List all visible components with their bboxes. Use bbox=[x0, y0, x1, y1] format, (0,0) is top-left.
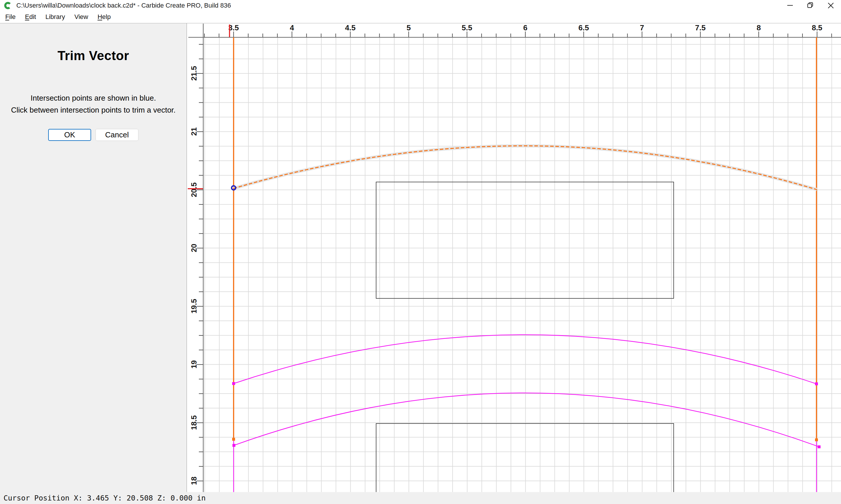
menu-bar: FileEditLibraryViewHelp bbox=[0, 11, 841, 23]
canvas-grid bbox=[204, 37, 841, 492]
menu-item-help[interactable]: Help bbox=[93, 11, 115, 23]
ok-button[interactable]: OK bbox=[48, 129, 91, 141]
app-logo-icon bbox=[4, 2, 12, 9]
title-bar: C:\Users\willa\Downloads\clock back.c2d*… bbox=[0, 0, 841, 11]
minimize-icon bbox=[780, 0, 800, 11]
menu-item-view[interactable]: View bbox=[70, 11, 93, 23]
cursor-position-readout: Cursor Position X: 3.465 Y: 20.508 Z: 0.… bbox=[3, 494, 206, 502]
panel-instructions: Intersection points are shown in blue. C… bbox=[0, 92, 187, 116]
menu-item-library[interactable]: Library bbox=[40, 11, 69, 23]
status-bar: Cursor Position X: 3.465 Y: 20.508 Z: 0.… bbox=[0, 492, 841, 504]
menu-item-edit[interactable]: Edit bbox=[20, 11, 40, 23]
restore-icon bbox=[800, 0, 821, 11]
instruction-line-2: Click between intersection points to tri… bbox=[0, 104, 187, 116]
trim-vector-panel: Trim Vector Intersection points are show… bbox=[0, 23, 187, 492]
panel-title: Trim Vector bbox=[0, 49, 187, 63]
close-button[interactable] bbox=[821, 0, 841, 11]
menu-item-file[interactable]: File bbox=[1, 11, 20, 23]
restore-button[interactable] bbox=[800, 0, 821, 11]
close-icon bbox=[821, 0, 841, 11]
minimize-button[interactable] bbox=[780, 0, 800, 11]
instruction-line-1: Intersection points are shown in blue. bbox=[0, 92, 187, 104]
cancel-button[interactable]: Cancel bbox=[96, 129, 138, 141]
window-title: C:\Users\willa\Downloads\clock back.c2d*… bbox=[16, 2, 231, 9]
caption-buttons bbox=[780, 0, 841, 11]
design-canvas[interactable] bbox=[187, 23, 841, 492]
